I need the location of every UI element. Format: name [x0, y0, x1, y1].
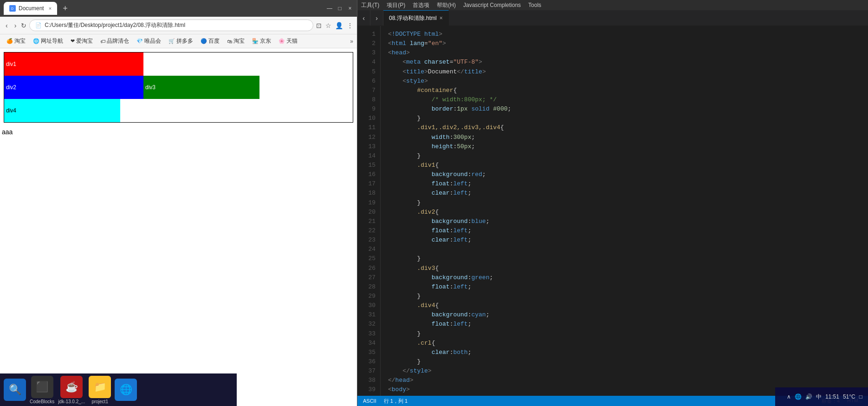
- code-content[interactable]: <!DOCTYPE html> <html lang="en"> <head> …: [381, 26, 868, 396]
- bookmark-label: 淘宝: [14, 37, 26, 45]
- bookmark-item[interactable]: ❤ 爱淘宝: [68, 36, 96, 46]
- bookmark-icon-tmall: 🌸: [279, 38, 285, 44]
- aaa-text: aaa: [0, 126, 357, 138]
- window-controls: — □ ×: [326, 5, 353, 12]
- div2: div2: [4, 76, 143, 99]
- bookmark-icon-jd: 🏪: [252, 38, 259, 44]
- menu-tools-2[interactable]: Tools: [528, 2, 541, 8]
- browser-addressbar: ‹ › ↻ 📄 C:/Users/董佳/Desktop/project1/day…: [0, 17, 357, 34]
- taskbar-label-project: project1: [91, 399, 108, 404]
- cast-icon[interactable]: ⊡: [316, 22, 322, 29]
- taskbar-item-jdk[interactable]: ☕ jdk-13.0.2_...: [58, 376, 85, 404]
- maximize-button[interactable]: □: [337, 5, 343, 12]
- main-layout: D Document × + — □ × ‹ › ↻ 📄: [0, 0, 868, 406]
- tray-notification[interactable]: □: [859, 393, 862, 400]
- editor-tab-active[interactable]: 08.浮动和清除.html ×: [383, 10, 449, 26]
- back-button[interactable]: ‹: [4, 21, 10, 30]
- menu-help[interactable]: 帮助(H): [437, 1, 456, 9]
- bookmark-label: 品牌清仓: [107, 37, 129, 45]
- menu-icon[interactable]: ⋮: [347, 22, 353, 29]
- bookmark-label: 天猫: [286, 37, 298, 45]
- browser-tab[interactable]: D Document ×: [4, 2, 57, 15]
- new-tab-button[interactable]: +: [61, 4, 70, 13]
- div2-label: div2: [6, 84, 16, 91]
- div4: div4: [4, 99, 120, 122]
- div3: div3: [143, 76, 259, 99]
- bookmark-item[interactable]: 🏷 品牌清仓: [97, 36, 132, 46]
- browser-content: div1 div2 div3 div4 aaa: [0, 48, 357, 406]
- editor-topbar: 工具(T) 项目(P) 首选项 帮助(H) Javascript Complet…: [357, 0, 868, 10]
- bookmark-icon-taobao: 🍊: [6, 38, 13, 44]
- address-box[interactable]: 📄 C:/Users/董佳/Desktop/project1/day2/08.浮…: [29, 20, 313, 31]
- editor-tabbar: ‹ › 08.浮动和清除.html ×: [357, 10, 868, 26]
- tray-network-icon: 🌐: [795, 393, 802, 400]
- taskbar-item-codeblocks[interactable]: ⬛ CodeBlocks: [30, 376, 54, 404]
- tab-close-button[interactable]: ×: [49, 6, 52, 11]
- bookmark-label: 唯品会: [144, 37, 161, 45]
- menu-preferences[interactable]: 首选项: [413, 1, 429, 9]
- editor-back-button[interactable]: ‹: [357, 10, 370, 26]
- tray-speaker-icon[interactable]: 🔊: [805, 393, 812, 400]
- taskbar-item-search[interactable]: 🔍: [4, 379, 26, 401]
- taskbar-label-jdk: jdk-13.0.2_...: [58, 399, 85, 404]
- status-position: 行 1，列 1: [384, 398, 408, 405]
- address-text: C:/Users/董佳/Desktop/project1/day2/08.浮动和…: [45, 21, 185, 29]
- addressbar-actions: ⊡ ☆ 👤 ⋮: [316, 22, 353, 29]
- tab-title: Document: [19, 5, 44, 12]
- bookmark-icon-taobao2: 🛍: [227, 39, 232, 44]
- editor-tab-close[interactable]: ×: [440, 15, 443, 21]
- bookmark-icon-vip: 💎: [136, 38, 143, 44]
- system-tray: ∧ 🌐 🔊 中 11:51 51°C □: [775, 387, 868, 406]
- bookmark-label: 网址导航: [41, 37, 63, 45]
- tray-time: 11:51: [825, 393, 839, 400]
- menu-project[interactable]: 项目(P): [387, 1, 405, 9]
- bookmark-icon-baidu: 🔵: [201, 38, 207, 44]
- bookmark-item[interactable]: 🛍 淘宝: [224, 36, 247, 46]
- bookmark-label: 爱淘宝: [76, 37, 93, 45]
- css-container: div1 div2 div3 div4: [4, 52, 353, 123]
- bookmark-item[interactable]: 🌐 网址导航: [30, 36, 66, 46]
- taskbar: 🔍 ⬛ CodeBlocks ☕ jdk-13.0.2_... 📁 projec…: [0, 373, 237, 406]
- bookmark-label: 淘宝: [233, 37, 245, 45]
- star-icon[interactable]: ☆: [325, 22, 331, 29]
- close-button[interactable]: ×: [347, 5, 353, 12]
- account-icon[interactable]: 👤: [335, 22, 343, 29]
- taskbar-item-project[interactable]: 📁 project1: [89, 376, 111, 404]
- minimize-button[interactable]: —: [326, 5, 333, 12]
- bookmark-item[interactable]: 🌸 天猫: [276, 36, 300, 46]
- menu-js-completions[interactable]: Javascript Completions: [463, 2, 521, 8]
- bookmark-label: 百度: [208, 37, 220, 45]
- project-icon: 📁: [89, 376, 111, 398]
- bookmark-item[interactable]: 🔵 百度: [198, 36, 222, 46]
- tray-up-icon[interactable]: ∧: [787, 393, 791, 400]
- tray-input-method[interactable]: 中: [816, 393, 822, 401]
- codeblocks-icon: ⬛: [31, 376, 53, 398]
- refresh-button[interactable]: ↻: [21, 22, 26, 29]
- taskbar-item-browser[interactable]: 🌐: [115, 379, 137, 401]
- editor-forward-button[interactable]: ›: [370, 10, 383, 26]
- bookmark-icon-aitaobao: ❤: [71, 38, 75, 44]
- bookmark-icon-pdd: 🛒: [168, 38, 175, 44]
- bookmark-item[interactable]: 🏪 京东: [249, 36, 274, 46]
- bookmark-icon-brand: 🏷: [100, 39, 105, 44]
- line-numbers: 1 2 3 4 5 6 7 8 9 10 11 12 13 14 15 16 1…: [357, 26, 381, 396]
- svg-text:D: D: [11, 7, 13, 10]
- forward-button[interactable]: ›: [13, 21, 19, 30]
- webpage-container: div1 div2 div3 div4 aaa: [0, 52, 357, 138]
- editor-panel: 工具(T) 项目(P) 首选项 帮助(H) Javascript Complet…: [357, 0, 868, 406]
- editor-tab-name: 08.浮动和清除.html: [389, 14, 437, 22]
- jdk-icon: ☕: [60, 376, 83, 398]
- div3-label: div3: [145, 84, 155, 91]
- tray-cpu-temp: 51°C: [843, 393, 855, 400]
- bookmark-item[interactable]: 💎 唯品会: [134, 36, 164, 46]
- bookmarks-bar: 🍊 淘宝 🌐 网址导航 ❤ 爱淘宝 🏷 品牌清仓 💎 唯品会: [0, 34, 357, 48]
- bookmarks-more-button[interactable]: »: [350, 38, 353, 45]
- menu-tools[interactable]: 工具(T): [361, 1, 379, 9]
- bookmark-item[interactable]: 🛒 拼多多: [166, 36, 196, 46]
- div1-label: div1: [6, 61, 16, 67]
- div4-label: div4: [6, 107, 16, 114]
- editor-area: 1 2 3 4 5 6 7 8 9 10 11 12 13 14 15 16 1…: [357, 26, 868, 396]
- status-encoding: ASCII: [363, 398, 376, 404]
- bookmark-icon-nav: 🌐: [33, 38, 39, 44]
- bookmark-item[interactable]: 🍊 淘宝: [4, 36, 28, 46]
